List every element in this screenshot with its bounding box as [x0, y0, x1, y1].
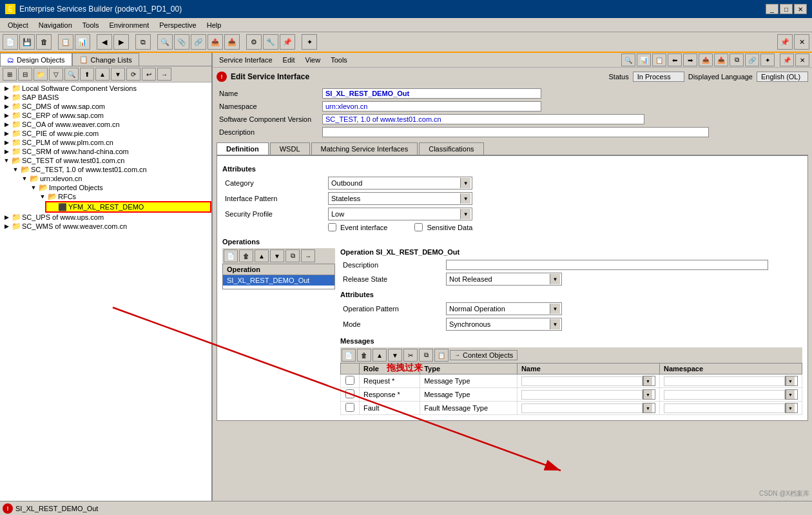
close-button[interactable]: ✕	[794, 4, 807, 14]
tab-matching[interactable]: Matching Service Interfaces	[311, 142, 418, 155]
maximize-button[interactable]: □	[780, 4, 793, 14]
menu-navigation[interactable]: Navigation	[34, 20, 77, 30]
interface-pattern-dropdown[interactable]: Stateless ▼	[328, 192, 472, 205]
left-btn-6[interactable]: ▲	[95, 68, 110, 81]
toolbar-btn-15[interactable]: ✦	[302, 34, 317, 50]
tree-item-urn[interactable]: ▼ 📂 urn:xlevon.cn	[18, 174, 211, 183]
op-mode-dropdown[interactable]: Synchronous ▼	[446, 318, 562, 331]
tree-item-sc-oa[interactable]: ▶ 📁 SC_OA of www.weaver.com.cn	[0, 120, 211, 129]
msg-ns-fault[interactable]: ▼	[659, 402, 802, 415]
namespace-input[interactable]	[322, 101, 541, 112]
tree-item-local[interactable]: ▶ 📁 Local Software Component Versions	[0, 84, 211, 93]
toolbar-btn-1[interactable]: 📄	[3, 34, 18, 50]
msg-ns-response[interactable]: ▼	[659, 388, 802, 402]
msg-ns-input-response[interactable]	[664, 390, 785, 400]
tab-definition[interactable]: Definition	[217, 142, 269, 155]
right-tb-7[interactable]: 📥	[714, 53, 728, 66]
right-tb-close[interactable]: ✕	[795, 53, 809, 66]
name-input[interactable]	[322, 88, 541, 99]
toolbar-btn-6[interactable]: ⧉	[135, 34, 151, 50]
op-desc-input[interactable]	[446, 260, 768, 270]
tab-design-objects[interactable]: 🗂 Design Objects	[0, 53, 72, 66]
toolbar-btn-4[interactable]: 📋	[58, 34, 73, 50]
right-tb-1[interactable]: 🔍	[621, 53, 635, 66]
tree-item-yfm[interactable]: ⬛ YFM_XL_REST_DEMO	[45, 201, 211, 213]
menu-service-interface[interactable]: Service Interface	[215, 55, 276, 64]
left-btn-nav[interactable]: →	[157, 68, 171, 81]
right-tb-4[interactable]: ⬅	[668, 53, 682, 66]
toolbar-btn-close-r[interactable]: ✕	[794, 34, 809, 50]
menu-edit[interactable]: Edit	[279, 55, 299, 64]
right-tb-pin[interactable]: 📌	[780, 53, 794, 66]
toolbar-btn-5[interactable]: 📊	[75, 34, 90, 50]
msg-name-dropdown-response[interactable]: ▼	[643, 389, 655, 400]
toolbar-btn-14[interactable]: 📌	[280, 34, 295, 50]
ops-copy-btn[interactable]: ⧉	[285, 249, 300, 262]
msg-btn-4[interactable]: ⧉	[419, 349, 433, 362]
toolbar-btn-11[interactable]: 📥	[224, 34, 240, 50]
right-tb-2[interactable]: 📊	[637, 53, 651, 66]
left-btn-4[interactable]: 🔍	[64, 68, 79, 81]
msg-name-input-request[interactable]	[521, 376, 643, 386]
tree-item-imported[interactable]: ▼ 📂 Imported Objects	[27, 183, 211, 192]
menu-tools[interactable]: Tools	[77, 20, 104, 30]
category-dropdown[interactable]: Outbound ▼	[328, 177, 472, 189]
msg-name-input-response[interactable]	[521, 390, 643, 400]
tree-item-sc-ups[interactable]: ▶ 📁 SC_UPS of www.ups.com	[0, 213, 211, 222]
ops-nav-btn[interactable]: →	[301, 249, 315, 262]
menu-environment[interactable]: Environment	[104, 20, 154, 30]
tree-item-sc-pie[interactable]: ▶ 📁 SC_PIE of www.pie.com	[0, 129, 211, 138]
msg-btn-1[interactable]: 📄	[342, 349, 356, 362]
description-input[interactable]	[322, 127, 709, 137]
tree-item-sc-test-10[interactable]: ▼ 📂 SC_TEST, 1.0 of www.test01.com.cn	[9, 165, 211, 174]
menu-help[interactable]: Help	[202, 20, 227, 30]
security-profile-btn[interactable]: ▼	[460, 209, 470, 219]
msg-btn-up[interactable]: ▲	[372, 349, 387, 362]
sensitive-data-checkbox[interactable]	[414, 223, 423, 231]
release-state-dropdown[interactable]: Not Released ▼	[446, 273, 562, 286]
tab-change-lists[interactable]: 📋 Change Lists	[72, 53, 139, 66]
tab-wsdl[interactable]: WSDL	[270, 142, 310, 155]
tree-item-sc-test[interactable]: ▼ 📂 SC_TEST of www.test01.com.cn	[0, 156, 211, 165]
menu-perspective[interactable]: Perspective	[154, 20, 201, 30]
msg-btn-down[interactable]: ▼	[388, 349, 402, 362]
category-dropdown-btn[interactable]: ▼	[460, 178, 470, 188]
msg-check-response[interactable]	[345, 389, 355, 398]
msg-name-input-fault[interactable]	[521, 403, 643, 413]
right-tb-5[interactable]: ➡	[683, 53, 697, 66]
op-mode-btn[interactable]: ▼	[550, 319, 560, 329]
tree-item-sc-srm[interactable]: ▶ 📁 SC_SRM of www.hand-china.com	[0, 147, 211, 156]
right-tb-6[interactable]: 📤	[699, 53, 713, 66]
security-profile-dropdown[interactable]: Low ▼	[328, 208, 472, 220]
right-tb-8[interactable]: ⧉	[730, 53, 744, 66]
tree-item-sc-wms[interactable]: ▶ 📁 SC_WMS of www.weaver.com.cn	[0, 222, 211, 231]
toolbar-btn-13[interactable]: 🔧	[263, 34, 278, 50]
minimize-button[interactable]: _	[766, 4, 778, 14]
msg-check-fault[interactable]	[345, 403, 355, 412]
toolbar-nav-forward[interactable]: ▶	[113, 34, 129, 50]
op-pattern-btn[interactable]: ▼	[550, 304, 560, 314]
ops-add-btn[interactable]: 📄	[224, 249, 238, 262]
menu-object[interactable]: Object	[3, 20, 34, 30]
msg-name-request[interactable]: ▼	[517, 374, 659, 388]
toolbar-btn-10[interactable]: 📤	[208, 34, 223, 50]
toolbar-btn-12[interactable]: ⚙	[246, 34, 262, 50]
toolbar-nav-back[interactable]: ◀	[97, 34, 112, 50]
left-btn-2[interactable]: ⊟	[18, 68, 32, 81]
op-item-0[interactable]: SI_XL_REST_DEMO_Out	[223, 275, 334, 286]
toolbar-btn-2[interactable]: 💾	[19, 34, 35, 50]
msg-name-fault[interactable]: ▼	[517, 402, 659, 415]
right-tb-3[interactable]: 📋	[652, 53, 666, 66]
toolbar-btn-8[interactable]: 📎	[174, 34, 189, 50]
release-state-btn[interactable]: ▼	[550, 274, 560, 284]
msg-ns-input-fault[interactable]	[664, 403, 785, 413]
msg-ns-input-request[interactable]	[664, 376, 785, 386]
toolbar-btn-pin[interactable]: 📌	[777, 34, 793, 50]
op-pattern-dropdown[interactable]: Normal Operation ▼	[446, 302, 562, 315]
left-btn-7[interactable]: ▼	[111, 68, 125, 81]
msg-btn-2[interactable]: 🗑	[357, 349, 371, 362]
ops-del-btn[interactable]: 🗑	[239, 249, 253, 262]
msg-name-response[interactable]: ▼	[517, 388, 659, 402]
toolbar-btn-7[interactable]: 🔍	[157, 34, 173, 50]
msg-name-dropdown-request[interactable]: ▼	[643, 376, 655, 386]
